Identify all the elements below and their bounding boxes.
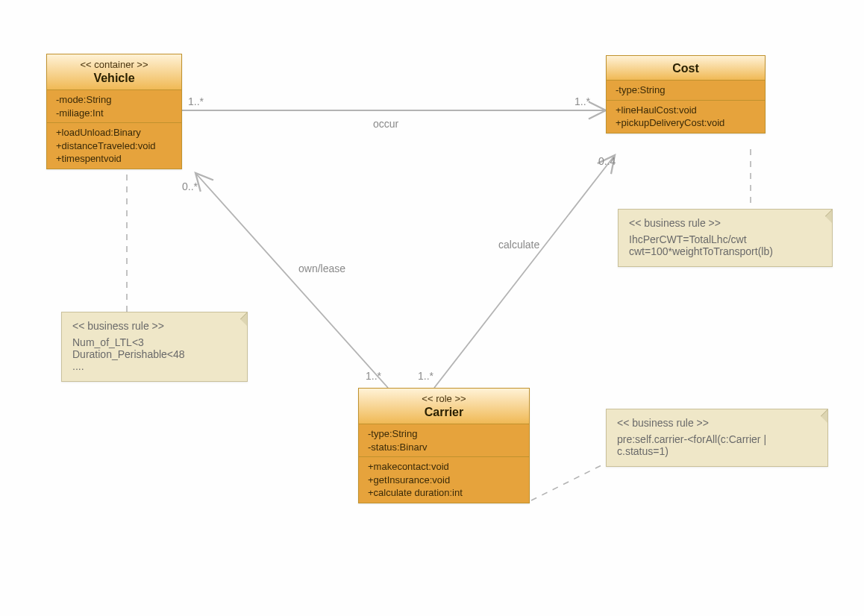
vehicle-attributes: -mode:String -miliage:Int — [47, 90, 181, 123]
note-line: pre:self.carrier-<forAll(c:Carrier | — [617, 433, 817, 445]
mult-ownlease-top: 0..* — [182, 180, 198, 192]
op-row: +distanceTraveled:void — [53, 139, 175, 153]
edge-label-calculate: calculate — [498, 239, 539, 251]
attr-row: -mode:String — [53, 93, 175, 107]
mult-ownlease-bottom: 1..* — [366, 370, 381, 382]
op-row: +timespentvoid — [53, 152, 175, 166]
vehicle-stereotype: << container >> — [54, 59, 174, 70]
cost-attributes: -type:String — [607, 81, 765, 101]
attr-row: -status:Binarv — [365, 441, 523, 454]
op-row: +calculate duration:int — [365, 486, 523, 500]
note-line: Duration_Perishable<48 — [72, 348, 237, 360]
note-cost-rule: << business rule >> IhcPerCWT=TotalLhc/c… — [618, 209, 833, 267]
mult-occur-right: 1..* — [575, 95, 590, 107]
carrier-operations: +makecontact:void +getInsurance:void +ca… — [359, 457, 529, 503]
op-row: +getInsurance:void — [365, 474, 523, 487]
mult-occur-left: 1..* — [188, 95, 204, 107]
note-stereo: << business rule >> — [617, 417, 817, 429]
note-vehicle-rule: << business rule >> Num_of_LTL<3 Duratio… — [61, 312, 248, 382]
note-line: Num_of_LTL<3 — [72, 336, 237, 348]
uml-class-cost: Cost -type:String +lineHaulCost:void +pi… — [606, 55, 766, 133]
uml-class-vehicle: << container >> Vehicle -mode:String -mi… — [46, 54, 182, 169]
note-line: cwt=100*weightToTransport(lb) — [629, 245, 821, 257]
svg-line-2 — [434, 155, 615, 388]
cost-operations: +lineHaulCost:void +pickupDeliveryCost:v… — [607, 101, 765, 133]
note-stereo: << business rule >> — [72, 320, 237, 332]
vehicle-name: Vehicle — [54, 72, 174, 85]
note-line: .... — [72, 360, 237, 372]
op-row: +lineHaulCost:void — [613, 104, 759, 117]
attr-row: -type:String — [613, 84, 759, 97]
cost-name: Cost — [614, 62, 757, 75]
op-row: +pickupDeliveryCost:void — [613, 116, 759, 130]
note-line: c.status=1) — [617, 445, 817, 457]
carrier-stereotype: << role >> — [366, 393, 522, 404]
note-line: IhcPerCWT=TotalLhc/cwt — [629, 233, 821, 245]
carrier-name: Carrier — [366, 406, 522, 419]
carrier-header: << role >> Carrier — [359, 389, 529, 424]
edge-label-ownlease: own/lease — [298, 263, 345, 274]
vehicle-header: << container >> Vehicle — [47, 54, 181, 90]
note-stereo: << business rule >> — [629, 217, 821, 229]
op-row: +makecontact:void — [365, 460, 523, 474]
op-row: +loadUnload:Binary — [53, 126, 175, 139]
mult-calculate-top: 0..4 — [598, 155, 616, 167]
edge-label-occur: occur — [373, 118, 398, 130]
attr-row: -type:String — [365, 427, 523, 441]
mult-calculate-bottom: 1..* — [418, 370, 433, 382]
attr-row: -miliage:Int — [53, 107, 175, 120]
carrier-attributes: -type:String -status:Binarv — [359, 424, 529, 457]
vehicle-operations: +loadUnload:Binary +distanceTraveled:voi… — [47, 123, 181, 169]
uml-class-carrier: << role >> Carrier -type:String -status:… — [358, 388, 530, 503]
note-carrier-rule: << business rule >> pre:self.carrier-<fo… — [606, 409, 828, 467]
cost-header: Cost — [607, 56, 765, 81]
